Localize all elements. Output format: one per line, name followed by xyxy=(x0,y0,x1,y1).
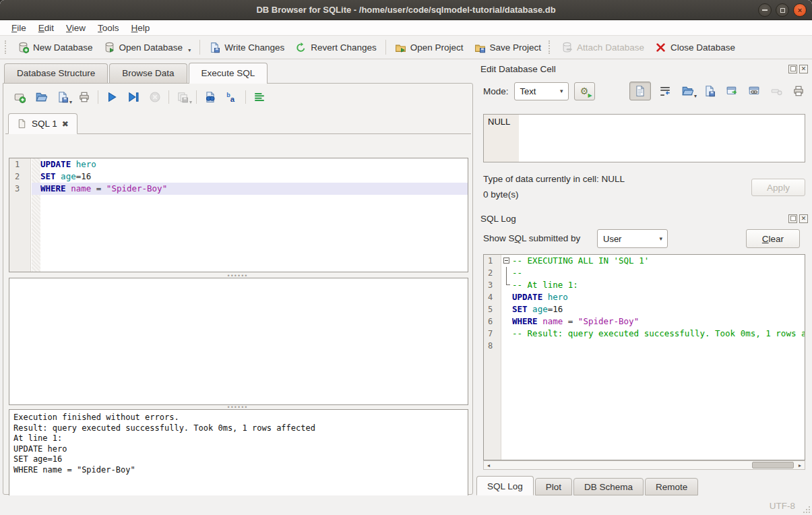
format-sql-icon[interactable] xyxy=(252,90,267,104)
menu-bar: FileEditViewToolsHelp xyxy=(0,20,812,36)
revert-changes-button[interactable]: Revert Changes xyxy=(290,39,382,56)
dock-tab-db-schema[interactable]: DB Schema xyxy=(573,478,644,495)
open-project-button[interactable]: Open Project xyxy=(389,39,469,56)
fold-margin xyxy=(32,158,40,171)
code-line: 6WHERE name = "Spider-Boy" xyxy=(484,315,805,328)
sql-file-icon xyxy=(17,119,27,129)
cell-editor[interactable]: NULL xyxy=(483,114,805,162)
cell-type-info: Type of data currently in cell: NULL xyxy=(483,174,625,184)
dock-tab-sql-log[interactable]: SQL Log xyxy=(476,476,534,495)
import-data-icon[interactable]: ▾ xyxy=(679,83,695,99)
output-line: Execution finished without errors. xyxy=(13,413,464,423)
dropdown-caret-icon[interactable]: ▾ xyxy=(188,47,191,53)
line-number: 6 xyxy=(484,315,502,328)
open-sql-file-icon[interactable] xyxy=(34,90,49,104)
mode-select[interactable]: Text ▾ xyxy=(514,82,569,100)
cell-edit-icons: ▾ xyxy=(629,82,807,100)
toolbar-button-label: Attach Database xyxy=(577,42,644,53)
line-number: 3 xyxy=(484,279,502,291)
word-wrap-icon[interactable] xyxy=(657,83,673,99)
maximize-button[interactable] xyxy=(776,3,789,17)
sql-editor[interactable]: 1UPDATE hero2SET age=163WHERE name = "Sp… xyxy=(9,158,468,272)
tab-browse-data[interactable]: Browse Data xyxy=(109,63,187,83)
dock-float-icon[interactable] xyxy=(788,65,797,73)
dock-close-icon[interactable]: ✕ xyxy=(799,214,808,223)
find-replace-icon[interactable] xyxy=(203,90,218,104)
toolbar-button-label: Open Project xyxy=(410,42,464,53)
encoding-indicator[interactable]: UTF-8 xyxy=(770,501,795,511)
save-project-button[interactable]: Save Project xyxy=(469,39,547,56)
export-data-icon[interactable] xyxy=(701,83,718,99)
menu-item-view[interactable]: View xyxy=(60,22,92,34)
close-database-button[interactable]: Close Database xyxy=(650,39,741,56)
save-project-icon xyxy=(474,42,486,53)
dock-tab-remote[interactable]: Remote xyxy=(645,478,698,495)
code-line: 1UPDATE hero xyxy=(9,158,468,171)
toolbar-button-label: Open Database xyxy=(119,42,183,53)
close-button[interactable]: × xyxy=(793,3,807,17)
results-grid[interactable] xyxy=(9,278,468,405)
line-number: 7 xyxy=(484,328,502,340)
execute-all-icon[interactable] xyxy=(104,90,119,104)
save-sql-file-icon[interactable]: ▾ xyxy=(55,90,70,104)
open-database-button[interactable]: Open Database▾ xyxy=(98,39,197,56)
set-null-icon xyxy=(768,83,784,99)
cell-value: NULL xyxy=(488,117,510,127)
execute-current-line-icon[interactable] xyxy=(126,90,141,104)
write-changes-icon xyxy=(209,42,220,53)
code-line: 3-- At line 1: xyxy=(484,279,805,291)
code-text: WHERE name = "Spider-Boy" xyxy=(40,183,468,195)
submitter-select[interactable]: User ▾ xyxy=(597,229,668,248)
code-text: -- At line 1: xyxy=(512,279,805,291)
menu-item-tools[interactable]: Tools xyxy=(92,22,125,34)
menu-item-help[interactable]: Help xyxy=(125,22,156,34)
dock-tabs: SQL LogPlotDB SchemaRemote xyxy=(476,476,699,495)
menu-item-edit[interactable]: Edit xyxy=(32,22,60,34)
toolbar-separator xyxy=(98,90,98,104)
output-line: SET age=16 xyxy=(13,454,464,465)
db-open-icon xyxy=(104,42,115,53)
tab-database-structure[interactable]: Database Structure xyxy=(4,63,108,83)
dock-tab-plot[interactable]: Plot xyxy=(535,478,572,495)
tab-execute-sql[interactable]: Execute SQL xyxy=(189,63,268,84)
link-data-icon[interactable] xyxy=(746,83,762,99)
cell-size-info: 0 byte(s) xyxy=(483,189,519,200)
write-changes-button[interactable]: Write Changes xyxy=(204,39,290,56)
code-line: 5SET age=16 xyxy=(484,303,805,315)
dock-float-icon[interactable] xyxy=(788,214,797,223)
main-tab-panel: Database StructureBrowse DataExecute SQL… xyxy=(0,59,475,495)
scroll-left-icon[interactable]: ◂ xyxy=(484,462,493,468)
scrollbar-thumb[interactable] xyxy=(752,462,794,468)
toolbar-button-label: Write Changes xyxy=(224,42,284,53)
dock-close-icon[interactable]: ✕ xyxy=(799,65,808,73)
line-number: 8 xyxy=(484,340,502,352)
db-new-icon xyxy=(18,42,29,53)
apply-button[interactable]: Apply xyxy=(751,179,805,196)
open-in-window-icon[interactable] xyxy=(724,83,740,99)
print-cell-icon[interactable] xyxy=(790,83,807,99)
auto-switch-mode-button[interactable]: ⚙▶ xyxy=(574,82,595,100)
sql-tab[interactable]: SQL 1 ✖ xyxy=(8,113,77,134)
text-mode-icon[interactable] xyxy=(629,82,651,100)
new-sql-tab-icon[interactable] xyxy=(12,90,27,104)
toolbar-button-label: Close Database xyxy=(670,42,735,53)
sql-tab-close-icon[interactable]: ✖ xyxy=(62,119,69,129)
auto-complete-icon[interactable]: ba xyxy=(224,90,239,104)
clear-log-button[interactable]: Clear xyxy=(746,229,800,248)
line-number: 2 xyxy=(484,267,502,279)
toolbar-grip xyxy=(5,40,8,54)
scrollbar-track[interactable] xyxy=(493,461,795,469)
edit-cell-dock-header: Edit Database Cell ✕ xyxy=(480,63,808,75)
minimize-button[interactable] xyxy=(758,3,772,17)
resize-grip[interactable] xyxy=(809,512,810,513)
log-horizontal-scrollbar[interactable]: ◂ ▸ xyxy=(483,460,805,470)
dropdown-caret-icon: ▾ xyxy=(189,99,192,105)
sql-log-view[interactable]: 1-- EXECUTING ALL IN 'SQL 1'2--3-- At li… xyxy=(483,254,805,460)
code-text: WHERE name = "Spider-Boy" xyxy=(512,315,805,328)
new-database-button[interactable]: New Database xyxy=(12,39,98,56)
code-text: -- Result: query executed successfully. … xyxy=(512,328,805,340)
scroll-right-icon[interactable]: ▸ xyxy=(795,462,805,468)
print-sql-icon[interactable] xyxy=(77,90,92,104)
fold-marker-icon[interactable] xyxy=(502,255,512,267)
menu-item-file[interactable]: File xyxy=(5,22,32,34)
